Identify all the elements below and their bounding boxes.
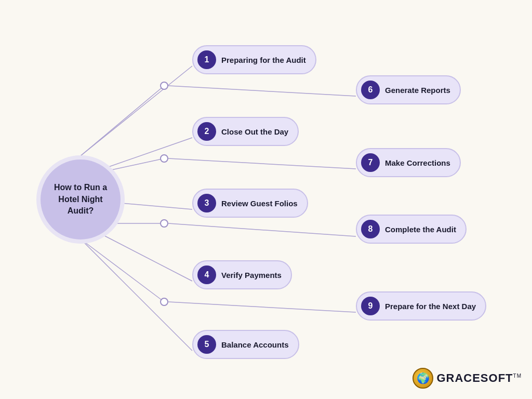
node-number-2: 2 (197, 122, 216, 141)
node-4: 4 Verify Payments (192, 260, 292, 289)
node-label-5: Balance Accounts (221, 340, 289, 349)
node-number-5: 5 (197, 335, 216, 354)
logo-text: GRACESOFTTM (436, 371, 522, 385)
node-label-1: Preparing for the Audit (221, 56, 306, 64)
svg-line-8 (168, 158, 356, 169)
node-9: 9 Prepare for the Next Day (356, 291, 486, 321)
svg-line-5 (81, 86, 164, 156)
node-label-8: Complete the Audit (385, 225, 456, 234)
node-label-6: Generate Reports (385, 86, 450, 95)
center-circle: How to Run a Hotel Night Audit? (36, 155, 125, 244)
node-label-2: Close Out the Day (221, 127, 288, 136)
logo: 🌍 GRACESOFTTM (413, 368, 522, 389)
svg-line-10 (168, 223, 356, 236)
node-number-9: 9 (361, 297, 380, 315)
svg-line-6 (168, 86, 356, 96)
node-6: 6 Generate Reports (356, 75, 461, 104)
node-number-6: 6 (361, 81, 380, 99)
node-1: 1 Preparing for the Audit (192, 45, 316, 74)
globe-icon: 🌍 (413, 368, 433, 389)
node-number-4: 4 (197, 265, 216, 284)
dot-node-3 (160, 219, 168, 228)
node-3: 3 Review Guest Folios (192, 189, 308, 218)
svg-line-4 (81, 239, 192, 351)
dot-node-4 (160, 298, 168, 306)
node-8: 8 Complete the Audit (356, 215, 467, 244)
node-label-7: Make Corrections (385, 158, 450, 167)
node-number-7: 7 (361, 153, 380, 172)
node-label-3: Review Guest Folios (221, 199, 298, 208)
node-5: 5 Balance Accounts (192, 330, 299, 359)
center-title: How to Run a Hotel Night Audit? (49, 177, 112, 222)
svg-line-11 (81, 239, 164, 302)
node-number-8: 8 (361, 220, 380, 238)
node-7: 7 Make Corrections (356, 148, 461, 177)
node-number-3: 3 (197, 194, 216, 212)
dot-node-2 (160, 154, 168, 163)
dot-node-1 (160, 82, 168, 90)
node-label-9: Prepare for the Next Day (385, 302, 476, 311)
svg-line-12 (168, 302, 356, 312)
svg-line-0 (81, 66, 192, 156)
node-number-1: 1 (197, 50, 216, 69)
node-2: 2 Close Out the Day (192, 117, 299, 146)
node-label-4: Verify Payments (221, 271, 282, 280)
